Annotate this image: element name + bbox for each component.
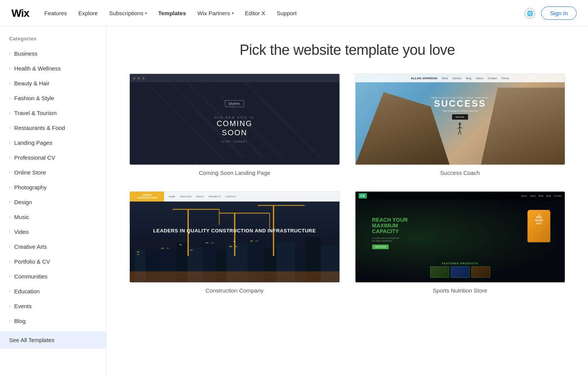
svg-line-1 [149,85,225,162]
chevron-right-icon: › [9,274,10,278]
sidebar-item-music[interactable]: › Music [0,210,106,224]
nav-link-4: Game [476,77,483,80]
coming-soon-logo: Skyline. [225,100,244,107]
sidebar-item-design[interactable]: › Design [0,195,106,210]
construction-nav-links: HOME SERVICES ABOUT PROJECTS CONTACT [164,195,241,198]
nav-explore[interactable]: Explore [78,10,98,16]
success-coach-nav: ALLAN JOHNSON Word Service Blog Game Con… [355,74,565,82]
products-row [355,266,565,278]
sidebar-item-video[interactable]: › Video [0,224,106,239]
nav-link-1: Word [442,77,448,80]
svg-line-11 [458,131,460,134]
sidebar-item-label: Communities [14,273,48,280]
nav-name-label: ALLAN JOHNSON [411,77,437,80]
sidebar-item-health-wellness[interactable]: › Health & Wellness [0,61,106,76]
sidebar-title: Categories [0,36,106,46]
coming-soon-preview: Skyline. OUR NEW SITE IS COMINGSOON STAY… [130,74,339,165]
template-card-success-coach[interactable]: ALLAN JOHNSON Word Service Blog Game Con… [355,74,566,176]
success-coach-preview: ALLAN JOHNSON Word Service Blog Game Con… [355,74,565,165]
sidebar-item-education[interactable]: › Education [0,284,106,299]
our-new-site-text: OUR NEW SITE IS [215,116,255,119]
sidebar-item-label: Online Store [14,169,46,176]
featured-products-title: FEATURED PRODUCTS [355,262,565,265]
sidebar-item-travel-tourism[interactable]: › Travel & Tourism [0,106,106,120]
nav-right: 🌐 Sign In [524,6,577,20]
sidebar-item-events[interactable]: › Events [0,299,106,314]
coaching-subtitle: Now Available for Online Coaching [376,110,544,112]
coming-soon-title: COMINGSOON [215,119,255,137]
page-layout: Categories › Business › Health & Wellnes… [0,27,588,376]
template-card-sports-nutrition[interactable]: CX About Store Blog Blog Contact [355,191,566,294]
sidebar-item-communities[interactable]: › Communities [0,269,106,284]
sidebar-item-business[interactable]: › Business [0,46,106,61]
shop-now-button: SHOP NOW [372,245,389,249]
svg-point-55 [431,229,432,230]
product-item-1 [430,266,449,278]
con-nav-services: SERVICES [180,195,191,198]
sidebar-item-label: Portfolio & CV [14,258,50,265]
con-nav-about: ABOUT [196,195,204,198]
cx-logo: CX [359,193,367,198]
success-title: SUCCESS [376,99,544,108]
svg-line-12 [460,131,461,134]
chevron-right-icon: › [9,126,10,130]
sidebar-item-label: Fashion & Style [14,95,54,101]
svg-line-6 [130,112,206,165]
nutrition-description: Go further than you thought withour qual… [372,237,408,242]
nut-nav-link: Store [530,195,535,197]
language-selector[interactable]: 🌐 [524,8,535,19]
nav-wix-partners[interactable]: Wix Partners ▾ [198,10,234,16]
construction-title: LEADERS IN QUALITY CONSTRUCTION AND INFR… [151,228,318,234]
template-thumb-coming-soon: Skyline. OUR NEW SITE IS COMINGSOON STAY… [129,74,340,165]
wix-logo[interactable]: Wix [11,7,29,19]
template-label-success-coach: Success Coach [355,170,566,176]
sidebar-item-label: Creative Arts [14,243,47,250]
nav-features[interactable]: Features [45,10,67,16]
chevron-right-icon: › [9,200,10,204]
sidebar-item-label: Music [14,214,29,220]
nav-subscriptions[interactable]: Subscriptions ▾ [109,10,147,16]
sidebar-item-label: Business [14,50,37,57]
sidebar: Categories › Business › Health & Wellnes… [0,27,107,376]
template-card-construction[interactable]: SPHERE CONSTRUCTIONS HOME SERVICES ABOUT… [129,191,340,294]
chevron-right-icon: › [9,66,10,70]
see-all-templates-button[interactable]: See All Templates [0,331,106,349]
nutrition-nav: CX About Store Blog Blog Contact [355,192,565,200]
template-card-coming-soon[interactable]: Skyline. OUR NEW SITE IS COMINGSOON STAY… [129,74,340,176]
sidebar-item-portfolio-cv[interactable]: › Portfolio & CV [0,254,106,269]
svg-point-53 [412,214,413,215]
sidebar-item-label: Design [14,199,32,205]
sidebar-item-professional-cv[interactable]: › Professional CV [0,150,106,165]
construction-preview: SPHERE CONSTRUCTIONS HOME SERVICES ABOUT… [130,192,339,282]
nut-nav-link: Blog [546,195,551,197]
chevron-right-icon: › [9,230,10,234]
sidebar-item-label: Restaurants & Food [14,125,65,131]
wix-partners-chevron-icon: ▾ [232,11,234,15]
sidebar-item-restaurants-food[interactable]: › Restaurants & Food [0,120,106,135]
sidebar-item-landing-pages[interactable]: › Landing Pages [0,135,106,150]
nav-support[interactable]: Support [277,10,297,16]
nav-templates[interactable]: Templates [158,10,186,16]
sidebar-item-blog[interactable]: › Blog [0,314,106,328]
sidebar-item-label: Beauty & Hair [14,80,49,86]
con-nav-projects: PROJECTS [209,195,221,198]
signin-button[interactable]: Sign In [541,6,577,20]
svg-rect-29 [137,254,139,255]
sidebar-item-label: Events [14,303,32,309]
nav-link-6: Forum [502,77,509,80]
sphere-constructions-logo: SPHERE CONSTRUCTIONS [130,192,164,202]
chevron-right-icon: › [9,51,10,56]
template-thumb-construction: SPHERE CONSTRUCTIONS HOME SERVICES ABOUT… [129,191,340,283]
sidebar-item-photography[interactable]: › Photography [0,180,106,195]
sidebar-item-label: Video [14,229,29,235]
chevron-right-icon: › [9,111,10,115]
subscriptions-chevron-icon: ▾ [145,11,147,15]
svg-line-5 [244,82,320,158]
sidebar-item-creative-arts[interactable]: › Creative Arts [0,239,106,254]
nav-link-2: Service [453,77,461,80]
sidebar-item-beauty-hair[interactable]: › Beauty & Hair [0,76,106,91]
sidebar-item-online-store[interactable]: › Online Store [0,165,106,180]
nav-editor-x[interactable]: Editor X [245,10,265,16]
sidebar-item-fashion-style[interactable]: › Fashion & Style [0,91,106,106]
chevron-right-icon: › [9,289,10,293]
